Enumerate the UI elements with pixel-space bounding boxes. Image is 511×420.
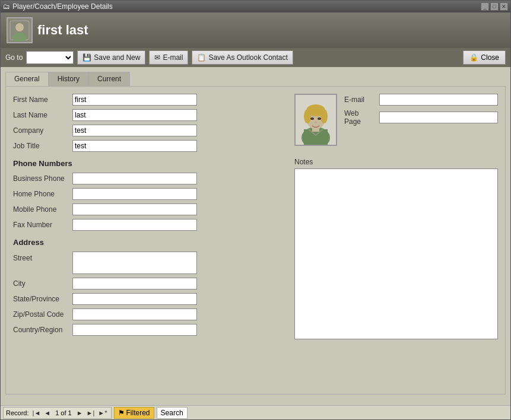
email-icon: ✉ bbox=[154, 53, 160, 62]
business-phone-label: Business Phone bbox=[13, 174, 72, 183]
title-bar-controls: _ □ ✕ bbox=[481, 2, 508, 11]
fax-number-input[interactable] bbox=[72, 219, 197, 231]
svg-point-10 bbox=[320, 109, 328, 123]
notes-label: Notes bbox=[294, 158, 498, 166]
svg-point-11 bbox=[310, 117, 314, 120]
mobile-phone-input[interactable] bbox=[72, 203, 197, 215]
close-button[interactable]: 🔒 Close bbox=[463, 50, 506, 65]
record-title: first last bbox=[37, 23, 88, 38]
last-record-button[interactable]: ►| bbox=[85, 409, 96, 416]
city-label: City bbox=[13, 279, 72, 288]
save-new-icon: 💾 bbox=[82, 53, 91, 62]
minimize-button[interactable]: _ bbox=[481, 2, 489, 11]
filtered-icon: ⚑ bbox=[118, 409, 125, 417]
job-title-input[interactable] bbox=[72, 140, 197, 152]
street-label: Street bbox=[13, 254, 72, 262]
country-label: Country/Region bbox=[13, 326, 72, 334]
phone-section-header: Phone Numbers bbox=[13, 159, 283, 168]
zip-row: Zip/Postal Code bbox=[13, 308, 283, 320]
first-name-label: First Name bbox=[13, 96, 72, 104]
home-phone-row: Home Phone bbox=[13, 188, 283, 200]
company-input[interactable] bbox=[72, 125, 197, 136]
header-area: first last bbox=[1, 12, 510, 48]
mobile-phone-row: Mobile Phone bbox=[13, 203, 283, 215]
photo-email-row: E-mail Web Page bbox=[294, 94, 498, 152]
company-row: Company bbox=[13, 125, 283, 136]
goto-label: Go to bbox=[5, 53, 23, 62]
business-phone-row: Business Phone bbox=[13, 173, 283, 184]
maximize-button[interactable]: □ bbox=[490, 2, 499, 11]
first-name-row: First Name bbox=[13, 94, 283, 106]
home-phone-input[interactable] bbox=[72, 188, 197, 200]
form-left: First Name Last Name Company Job Title bbox=[13, 94, 283, 339]
state-input[interactable] bbox=[72, 293, 197, 305]
tab-general[interactable]: General bbox=[5, 72, 49, 86]
photo-area bbox=[294, 94, 337, 146]
close-icon: 🔒 bbox=[469, 53, 478, 62]
record-count: 1 of 1 bbox=[53, 409, 74, 416]
outlook-icon: 📋 bbox=[197, 53, 206, 62]
svg-point-12 bbox=[318, 117, 321, 120]
web-row: Web Page bbox=[344, 109, 498, 126]
avatar-svg bbox=[296, 95, 336, 145]
zip-label: Zip/Postal Code bbox=[13, 310, 72, 319]
fax-number-row: Fax Number bbox=[13, 219, 283, 231]
tab-current[interactable]: Current bbox=[88, 72, 130, 86]
new-record-button[interactable]: ►* bbox=[97, 409, 108, 416]
main-window: 🗂 Player/Coach/Employee Details _ □ ✕ fi… bbox=[0, 0, 511, 420]
status-bar: Record: |◄ ◄ 1 of 1 ► ►| ►* ⚑ Filtered S… bbox=[1, 405, 510, 419]
email-field-label: E-mail bbox=[344, 96, 377, 104]
first-name-input[interactable] bbox=[72, 94, 197, 106]
svg-point-13 bbox=[315, 122, 317, 123]
mobile-phone-label: Mobile Phone bbox=[13, 205, 72, 214]
street-input[interactable] bbox=[72, 252, 197, 274]
goto-combo[interactable] bbox=[26, 51, 74, 64]
record-navigator: Record: |◄ ◄ 1 of 1 ► ►| ►* bbox=[3, 407, 112, 419]
toolbar: Go to 💾 Save and New ✉ E-mail 📋 Save As … bbox=[1, 48, 510, 67]
zip-input[interactable] bbox=[72, 308, 197, 320]
filtered-badge: ⚑ Filtered bbox=[114, 407, 154, 419]
country-input[interactable] bbox=[72, 324, 197, 336]
fax-number-label: Fax Number bbox=[13, 221, 72, 229]
tab-content-general: First Name Last Name Company Job Title bbox=[5, 86, 506, 394]
record-icon bbox=[7, 17, 33, 43]
email-input[interactable] bbox=[379, 94, 498, 106]
record-label: Record: bbox=[6, 409, 29, 416]
city-row: City bbox=[13, 278, 283, 289]
web-page-input[interactable] bbox=[379, 112, 498, 123]
city-input[interactable] bbox=[72, 278, 197, 289]
app-icon: 🗂 bbox=[3, 2, 10, 11]
home-phone-label: Home Phone bbox=[13, 190, 72, 198]
svg-point-9 bbox=[304, 109, 311, 123]
next-record-button[interactable]: ► bbox=[75, 409, 84, 416]
save-outlook-button[interactable]: 📋 Save As Outlook Contact bbox=[192, 50, 293, 65]
notes-textarea[interactable] bbox=[294, 168, 498, 339]
right-panel: E-mail Web Page Notes bbox=[294, 94, 498, 339]
street-row: Street bbox=[13, 252, 283, 274]
first-record-button[interactable]: |◄ bbox=[31, 409, 42, 416]
state-label: State/Province bbox=[13, 295, 72, 303]
form-grid: First Name Last Name Company Job Title bbox=[13, 94, 498, 339]
business-phone-input[interactable] bbox=[72, 173, 197, 184]
last-name-input[interactable] bbox=[72, 109, 197, 121]
address-section-header: Address bbox=[13, 238, 283, 247]
web-page-label: Web Page bbox=[344, 109, 377, 126]
email-row: E-mail bbox=[344, 94, 498, 106]
email-web-section: E-mail Web Page bbox=[344, 94, 498, 152]
last-name-label: Last Name bbox=[13, 111, 72, 119]
email-button[interactable]: ✉ E-mail bbox=[149, 50, 188, 65]
window-title: Player/Coach/Employee Details bbox=[12, 2, 113, 11]
tab-history[interactable]: History bbox=[49, 72, 88, 86]
prev-record-button[interactable]: ◄ bbox=[43, 409, 52, 416]
country-row: Country/Region bbox=[13, 324, 283, 336]
tabs: General History Current bbox=[5, 72, 506, 86]
content-area: General History Current First Name Last … bbox=[1, 67, 510, 419]
state-row: State/Province bbox=[13, 293, 283, 305]
save-new-button[interactable]: 💾 Save and New bbox=[77, 50, 145, 65]
job-title-label: Job Title bbox=[13, 142, 72, 150]
search-field[interactable]: Search bbox=[157, 407, 188, 419]
title-bar-left: 🗂 Player/Coach/Employee Details bbox=[3, 2, 113, 11]
close-title-button[interactable]: ✕ bbox=[500, 2, 508, 11]
company-label: Company bbox=[13, 126, 72, 135]
title-bar: 🗂 Player/Coach/Employee Details _ □ ✕ bbox=[1, 1, 510, 12]
